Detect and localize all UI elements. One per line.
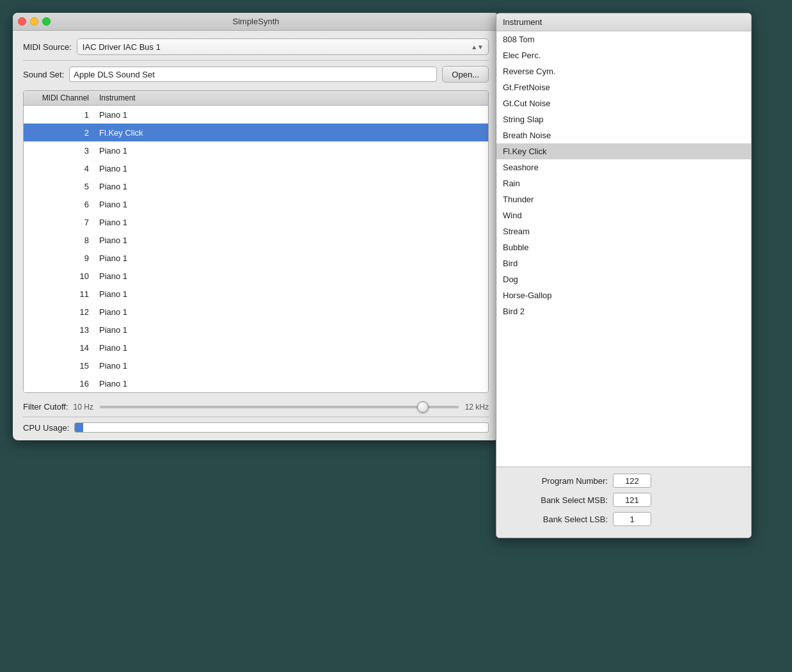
cell-instrument: Piano 1: [94, 289, 488, 299]
table-row[interactable]: 12 Piano 1: [24, 303, 488, 321]
main-window: SimpleSynth MIDI Source: IAC Driver IAC …: [13, 13, 499, 440]
instrument-item[interactable]: Seashore: [496, 159, 751, 175]
bank-lsb-label: Bank Select LSB:: [505, 515, 608, 524]
cell-instrument: Piano 1: [94, 218, 488, 227]
instrument-item[interactable]: Wind: [496, 207, 751, 223]
title-bar-buttons: [18, 17, 51, 26]
cell-instrument: Piano 1: [94, 182, 488, 191]
table-row[interactable]: 9 Piano 1: [24, 249, 488, 267]
table-header: MIDI Channel Instrument: [24, 91, 488, 106]
filter-slider[interactable]: [100, 406, 459, 408]
bank-lsb-input[interactable]: [613, 512, 651, 526]
cell-instrument: Piano 1: [94, 200, 488, 209]
table-row[interactable]: 3 Piano 1: [24, 141, 488, 159]
instrument-list-body[interactable]: 808 TomElec Perc.Reverse Cym.Gt.FretNois…: [496, 31, 751, 467]
table-row[interactable]: 6 Piano 1: [24, 195, 488, 213]
cell-channel: 9: [24, 253, 94, 263]
bank-msb-input[interactable]: [613, 493, 651, 507]
cell-channel: 1: [24, 110, 94, 120]
col-instrument-header: Instrument: [94, 91, 488, 105]
table-row[interactable]: 14 Piano 1: [24, 339, 488, 356]
bank-msb-label: Bank Select MSB:: [505, 495, 608, 505]
sound-set-label: Sound Set:: [23, 70, 64, 79]
col-channel-header: MIDI Channel: [24, 91, 94, 105]
instrument-item[interactable]: Bird 2: [496, 303, 751, 319]
bank-msb-row: Bank Select MSB:: [505, 493, 742, 507]
cell-channel: 14: [24, 343, 94, 353]
program-number-row: Program Number:: [505, 474, 742, 488]
instrument-item[interactable]: Stream: [496, 223, 751, 239]
desktop: SimpleSynth MIDI Source: IAC Driver IAC …: [0, 0, 792, 672]
close-button[interactable]: [18, 17, 26, 26]
instrument-item[interactable]: Reverse Cym.: [496, 63, 751, 79]
instrument-item[interactable]: Fl.Key Click: [496, 143, 751, 159]
cpu-label: CPU Usage:: [23, 423, 69, 433]
instrument-item[interactable]: Rain: [496, 175, 751, 191]
instrument-item[interactable]: Thunder: [496, 191, 751, 207]
instrument-item[interactable]: 808 Tom: [496, 31, 751, 47]
cell-instrument: Piano 1: [94, 379, 488, 388]
open-button[interactable]: Open...: [442, 66, 489, 83]
cell-channel: 10: [24, 271, 94, 281]
cell-instrument: Piano 1: [94, 361, 488, 371]
midi-source-select[interactable]: IAC Driver IAC Bus 1 None: [77, 38, 489, 55]
filter-slider-thumb[interactable]: [417, 401, 429, 413]
window-title: SimpleSynth: [233, 17, 280, 26]
cell-instrument: Piano 1: [94, 343, 488, 353]
cell-channel: 3: [24, 146, 94, 156]
midi-source-row: MIDI Source: IAC Driver IAC Bus 1 None ▲…: [23, 38, 489, 55]
cell-channel: 4: [24, 164, 94, 173]
cell-channel: 13: [24, 325, 94, 335]
divider-1: [23, 60, 489, 61]
instrument-item[interactable]: Bird: [496, 255, 751, 271]
program-number-input[interactable]: [613, 474, 651, 488]
cell-channel: 7: [24, 218, 94, 227]
minimize-button[interactable]: [30, 17, 38, 26]
cell-instrument: Fl.Key Click: [94, 128, 488, 138]
table-row[interactable]: 8 Piano 1: [24, 231, 488, 249]
cell-channel: 6: [24, 200, 94, 209]
instrument-item[interactable]: String Slap: [496, 111, 751, 127]
table-row[interactable]: 10 Piano 1: [24, 267, 488, 285]
instrument-list-header: Instrument: [496, 13, 751, 31]
sound-set-input[interactable]: [69, 67, 437, 82]
instrument-item[interactable]: Bubble: [496, 239, 751, 255]
table-row[interactable]: 5 Piano 1: [24, 177, 488, 195]
cell-instrument: Piano 1: [94, 236, 488, 245]
instrument-panel-inner: Instrument 808 TomElec Perc.Reverse Cym.…: [496, 13, 751, 538]
cell-channel: 16: [24, 379, 94, 388]
divider-2: [23, 417, 489, 417]
maximize-button[interactable]: [42, 17, 51, 26]
cpu-bar-container: [74, 422, 489, 433]
filter-min-label: 10 Hz: [74, 403, 93, 412]
table-row[interactable]: 11 Piano 1: [24, 285, 488, 303]
instrument-bottom: Program Number: Bank Select MSB: Bank Se…: [496, 467, 751, 538]
table-row[interactable]: 16 Piano 1: [24, 374, 488, 392]
instrument-item[interactable]: Horse-Gallop: [496, 287, 751, 303]
cell-channel: 8: [24, 236, 94, 245]
cell-instrument: Piano 1: [94, 146, 488, 156]
instrument-panel: Instrument 808 TomElec Perc.Reverse Cym.…: [496, 13, 752, 538]
table-row[interactable]: 7 Piano 1: [24, 213, 488, 231]
instrument-item[interactable]: Breath Noise: [496, 127, 751, 143]
instrument-item[interactable]: Gt.Cut Noise: [496, 95, 751, 111]
table-row[interactable]: 2 Fl.Key Click: [24, 124, 488, 141]
cell-channel: 5: [24, 182, 94, 191]
instrument-item[interactable]: Dog: [496, 271, 751, 287]
cell-channel: 2: [24, 128, 94, 138]
cell-instrument: Piano 1: [94, 110, 488, 120]
table-row[interactable]: 4 Piano 1: [24, 159, 488, 177]
table-row[interactable]: 13 Piano 1: [24, 321, 488, 339]
sound-set-row: Sound Set: Open...: [23, 66, 489, 83]
table-row[interactable]: 15 Piano 1: [24, 356, 488, 374]
cpu-row: CPU Usage:: [23, 422, 489, 433]
filter-row: Filter Cutoff: 10 Hz 12 kHz: [23, 402, 489, 412]
table-row[interactable]: 1 Piano 1: [24, 106, 488, 124]
cell-instrument: Piano 1: [94, 325, 488, 335]
cell-channel: 12: [24, 307, 94, 317]
midi-source-wrapper: IAC Driver IAC Bus 1 None ▲▼: [77, 38, 489, 55]
midi-source-label: MIDI Source:: [23, 42, 72, 52]
instrument-item[interactable]: Elec Perc.: [496, 47, 751, 63]
filter-max-label: 12 kHz: [465, 403, 489, 412]
instrument-item[interactable]: Gt.FretNoise: [496, 79, 751, 95]
